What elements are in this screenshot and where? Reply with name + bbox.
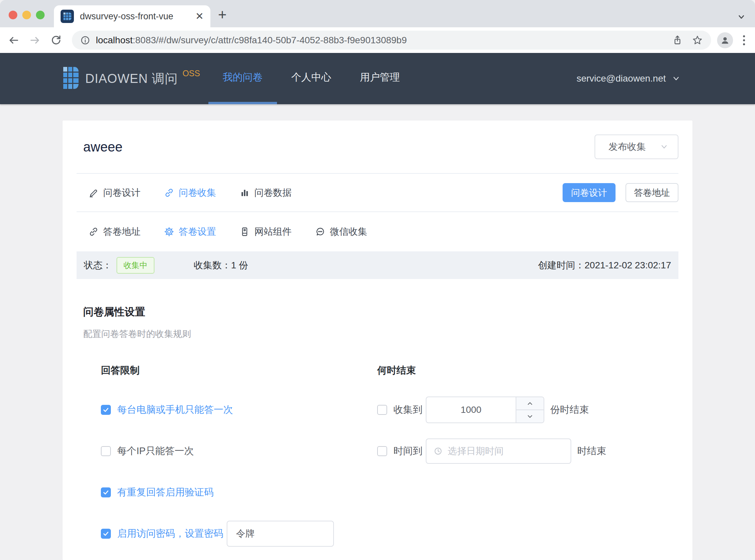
option-label[interactable]: 收集到 [393, 403, 423, 417]
nav-item-user-management[interactable]: 用户管理 [346, 53, 414, 104]
tab-answer-settings[interactable]: 答卷设置 [164, 225, 216, 238]
created-value: 2021-12-02 23:02:17 [585, 260, 671, 271]
tab-label: 微信收集 [330, 225, 367, 238]
option-label[interactable]: 启用访问密码，设置密码 [117, 527, 223, 540]
count-value: 1 份 [231, 259, 248, 272]
browser-toolbar: localhost:8083/#/dw/survey/c/attr/c98fa1… [0, 27, 755, 53]
share-icon[interactable] [672, 35, 683, 46]
option-one-per-device: 每台电脑或手机只能答一次 [101, 397, 377, 423]
browser-window: dwsurvey-oss-front-vue ✕ + localhost:808… [0, 0, 755, 560]
reload-icon[interactable] [50, 34, 62, 46]
tab-survey-data[interactable]: 问卷数据 [239, 186, 292, 199]
tab-answer-url[interactable]: 答卷地址 [88, 225, 141, 238]
link-icon [88, 226, 99, 237]
end-condition-group: 何时结束 收集到 [377, 364, 678, 560]
section-description: 配置问卷答卷时的收集规则 [83, 328, 678, 340]
tab-site-widget[interactable]: 网站组件 [239, 225, 292, 238]
time-suffix: 时结束 [577, 444, 606, 458]
option-access-password: 启用访问密码，设置密码 [101, 520, 377, 547]
url-bar[interactable]: localhost:8083/#/dw/survey/c/attr/c98fa1… [72, 31, 711, 49]
survey-title: aweee [83, 140, 123, 155]
survey-card: aweee 发布收集 问卷设计 问卷收集 [63, 121, 692, 560]
option-label[interactable]: 每个IP只能答一次 [117, 444, 194, 458]
checkbox-one-per-device[interactable] [101, 405, 111, 415]
minimize-window-button[interactable] [22, 11, 31, 19]
app-navbar: DIAOWEN 调问 OSS 我的问卷 个人中心 用户管理 service@di… [0, 53, 755, 104]
gear-icon [164, 226, 175, 237]
close-window-button[interactable] [9, 11, 17, 19]
back-icon[interactable] [7, 34, 20, 47]
created-label: 创建时间： [538, 259, 585, 272]
link-icon [164, 187, 175, 198]
tab-survey-collect[interactable]: 问卷收集 [164, 186, 216, 199]
status-bar: 状态： 收集中 收集数： 1 份 创建时间： 2021-12-02 23:02:… [77, 252, 678, 279]
url-text: localhost:8083/#/dw/survey/c/attr/c98fa1… [96, 35, 663, 46]
new-tab-button[interactable]: + [218, 7, 227, 22]
brand[interactable]: DIAOWEN 调问 OSS [63, 66, 200, 91]
section-title: 问卷属性设置 [83, 305, 678, 319]
checkbox-access-password[interactable] [101, 529, 111, 539]
brand-name: DIAOWEN 调问 [85, 70, 178, 87]
url-path: :8083/#/dw/survey/c/attr/c98fa140-50b7-4… [133, 35, 407, 45]
tab-survey-design[interactable]: 问卷设计 [88, 186, 141, 199]
stepper-down-icon[interactable] [516, 410, 544, 422]
answer-url-button[interactable]: 答卷地址 [626, 183, 678, 202]
browser-profile-avatar[interactable] [717, 32, 733, 48]
browser-menu-icon[interactable] [740, 34, 748, 47]
status-badge: 收集中 [117, 257, 155, 274]
forward-icon[interactable] [28, 34, 41, 47]
tag-icon [239, 226, 250, 237]
group-header-end-condition: 何时结束 [377, 364, 678, 377]
page-content: aweee 发布收集 问卷设计 问卷收集 [0, 104, 755, 560]
site-info-icon[interactable] [80, 35, 90, 46]
tab-label: 网站组件 [254, 225, 292, 238]
tab-label: 问卷设计 [103, 186, 141, 199]
date-time-picker[interactable] [426, 439, 571, 464]
browser-tab[interactable]: dwsurvey-oss-front-vue ✕ [54, 5, 210, 27]
count-input[interactable] [426, 397, 516, 422]
bar-chart-icon [239, 187, 250, 198]
checkbox-one-per-ip[interactable] [101, 446, 111, 456]
option-label[interactable]: 每台电脑或手机只能答一次 [117, 403, 233, 417]
primary-tab-row: 问卷设计 问卷收集 问卷数据 问卷设计 答卷地址 [77, 174, 678, 212]
main-menu: 我的问卷 个人中心 用户管理 [208, 53, 414, 104]
tab-wechat-collect[interactable]: 微信收集 [315, 225, 367, 238]
tab-label: 问卷数据 [254, 186, 292, 199]
stepper-controls [516, 397, 544, 422]
option-label[interactable]: 有重复回答启用验证码 [117, 486, 214, 499]
checkbox-end-by-count[interactable] [377, 405, 387, 415]
diaowen-logo-icon [63, 66, 79, 91]
tab-list-chevron-icon[interactable] [736, 12, 746, 23]
survey-design-button[interactable]: 问卷设计 [563, 183, 615, 202]
option-label[interactable]: 时间到 [393, 444, 423, 458]
stepper-up-icon[interactable] [516, 397, 544, 410]
bookmark-star-icon[interactable] [692, 35, 703, 46]
count-label: 收集数： [194, 259, 231, 272]
tab-close-icon[interactable]: ✕ [196, 11, 204, 21]
checkbox-captcha-on-repeat[interactable] [101, 487, 111, 497]
clock-icon [433, 446, 443, 456]
answer-limit-group: 回答限制 每台电脑或手机只能答一次 每个IP只能答一次 [101, 364, 377, 560]
option-one-per-ip: 每个IP只能答一次 [101, 438, 377, 464]
publish-collect-dropdown[interactable]: 发布收集 [595, 135, 678, 159]
nav-item-personal-center[interactable]: 个人中心 [277, 53, 346, 104]
tab-label: 问卷收集 [179, 186, 216, 199]
check-icon [102, 406, 109, 414]
traffic-lights [9, 11, 45, 19]
tab-title: dwsurvey-oss-front-vue [80, 11, 191, 22]
user-menu[interactable]: service@diaowen.net [576, 73, 681, 84]
option-captcha-on-repeat: 有重复回答启用验证码 [101, 479, 377, 506]
chevron-down-icon [659, 142, 669, 152]
date-input[interactable] [448, 446, 565, 457]
count-number-stepper [426, 397, 544, 423]
pencil-icon [88, 187, 99, 198]
nav-item-my-surveys[interactable]: 我的问卷 [208, 53, 277, 104]
chat-bubble-icon [315, 226, 326, 237]
password-input[interactable] [227, 521, 334, 547]
maximize-window-button[interactable] [36, 11, 45, 19]
tab-label: 答卷地址 [103, 225, 141, 238]
checkbox-end-by-time[interactable] [377, 446, 387, 456]
check-icon [102, 489, 109, 496]
option-end-by-time: 时间到 时结束 [377, 438, 678, 464]
user-email: service@diaowen.net [576, 73, 666, 84]
